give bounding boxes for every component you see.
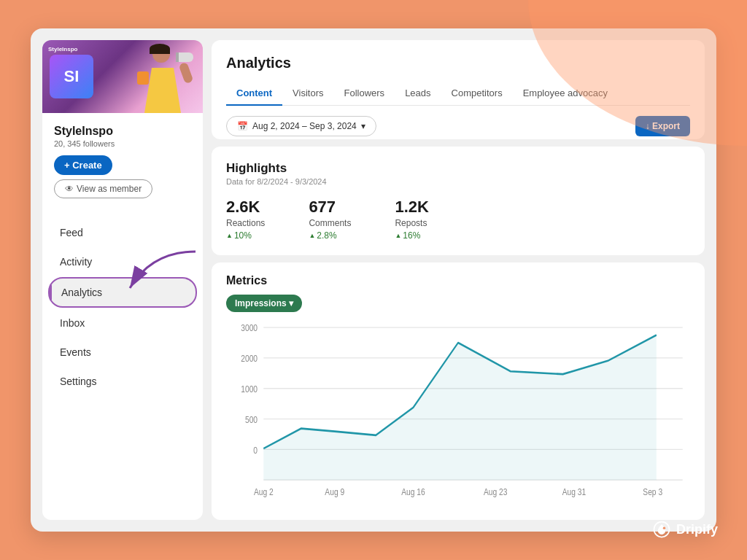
sidebar-item-activity[interactable]: Activity — [48, 248, 197, 276]
tab-followers[interactable]: Followers — [334, 82, 395, 106]
dripify-logo-text: Dripify — [676, 522, 718, 537]
metric-reactions-change: 10% — [226, 230, 265, 241]
calendar-icon: 📅 — [237, 121, 248, 131]
profile-name: StyleInspo — [54, 125, 191, 138]
svg-text:Aug 9: Aug 9 — [325, 486, 344, 496]
sidebar-item-analytics[interactable]: Analytics — [48, 277, 197, 308]
svg-text:Aug 23: Aug 23 — [484, 486, 508, 496]
sidebar-banner: StyleInspo SI — [42, 40, 203, 113]
highlights-title: Highlights — [226, 161, 690, 176]
sidebar-navigation: Feed Activity Analytics Inbox Events Set… — [42, 219, 203, 520]
sidebar-item-inbox[interactable]: Inbox — [48, 309, 197, 337]
metric-reposts: 1.2K Reposts 16% — [395, 198, 428, 241]
metrics-chart: 3000 2000 1000 500 0 Aug 2 Aug 9 Aug 16 — [226, 318, 690, 509]
svg-text:3000: 3000 — [241, 322, 258, 332]
tab-visitors[interactable]: Visitors — [282, 82, 333, 106]
svg-text:Aug 16: Aug 16 — [401, 486, 425, 496]
highlights-card: Highlights Data for 8/2/2024 - 9/3/2024 … — [212, 147, 705, 255]
sidebar-item-settings[interactable]: Settings — [48, 368, 197, 395]
metric-comments-label: Comments — [309, 218, 351, 228]
dripify-logo-icon — [651, 519, 672, 540]
eye-icon: 👁 — [65, 184, 74, 194]
sidebar-profile: StyleInspo 20, 345 followers + Create 👁 … — [42, 113, 203, 207]
metric-reposts-value: 1.2K — [395, 198, 428, 217]
svg-text:Aug 31: Aug 31 — [562, 486, 587, 496]
profile-followers: 20, 345 followers — [54, 139, 191, 148]
impressions-dropdown-button[interactable]: Impressions ▾ — [226, 295, 302, 312]
svg-text:Aug 2: Aug 2 — [254, 486, 274, 496]
metric-reposts-change: 16% — [395, 230, 428, 241]
svg-text:0: 0 — [253, 444, 258, 454]
tab-content[interactable]: Content — [226, 82, 282, 106]
metric-reactions-label: Reactions — [226, 218, 265, 228]
tab-competitors[interactable]: Competitors — [441, 82, 513, 106]
svg-text:500: 500 — [245, 413, 258, 424]
chevron-down-icon: ▾ — [361, 121, 365, 131]
metric-reposts-label: Reposts — [395, 218, 428, 228]
svg-text:1000: 1000 — [241, 383, 258, 393]
create-button[interactable]: + Create — [54, 155, 112, 175]
svg-text:2000: 2000 — [241, 352, 258, 362]
metrics-title: Metrics — [226, 274, 690, 287]
metric-comments-value: 677 — [309, 198, 351, 217]
svg-text:Sep 3: Sep 3 — [643, 486, 662, 496]
dripify-branding: Dripify — [651, 519, 718, 540]
tab-leads[interactable]: Leads — [395, 82, 441, 106]
highlights-subtitle: Data for 8/2/2024 - 9/3/2024 — [226, 177, 690, 186]
sidebar-actions: + Create 👁 View as member — [54, 155, 191, 198]
metric-reactions: 2.6K Reactions 10% — [226, 198, 265, 241]
sidebar-item-events[interactable]: Events — [48, 338, 197, 366]
brand-logo: SI — [50, 55, 93, 98]
highlights-metrics: 2.6K Reactions 10% 677 Comments 2.8% 1.2… — [226, 198, 690, 241]
sidebar: StyleInspo SI — [42, 40, 203, 520]
metric-reactions-value: 2.6K — [226, 198, 265, 217]
metric-comments: 677 Comments 2.8% — [309, 198, 351, 241]
date-range-selector[interactable]: 📅 Aug 2, 2024 – Sep 3, 2024 ▾ — [226, 116, 376, 136]
svg-marker-11 — [263, 335, 657, 480]
chart-container: 3000 2000 1000 500 0 Aug 2 Aug 9 Aug 16 — [226, 318, 690, 509]
view-member-button[interactable]: 👁 View as member — [54, 179, 152, 198]
metrics-card: Metrics Impressions ▾ 3000 2000 1000 500 — [212, 262, 705, 521]
brand-text: StyleInspo — [48, 46, 77, 52]
metric-comments-change: 2.8% — [309, 230, 351, 241]
svg-point-20 — [663, 527, 666, 530]
sidebar-item-feed[interactable]: Feed — [48, 219, 197, 246]
